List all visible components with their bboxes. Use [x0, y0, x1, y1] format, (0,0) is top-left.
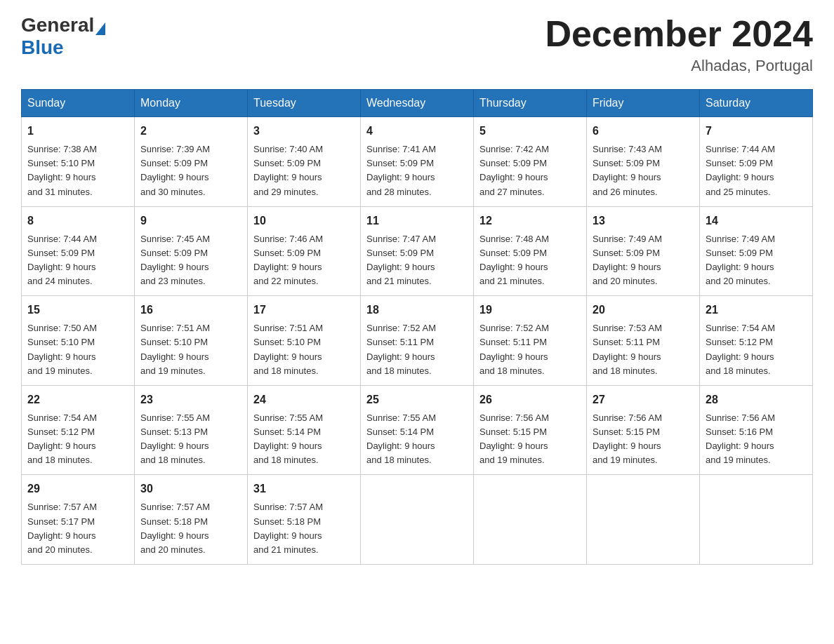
calendar-week-row: 22 Sunrise: 7:54 AMSunset: 5:12 PMDaylig…	[22, 385, 813, 475]
day-info: Sunrise: 7:54 AMSunset: 5:12 PMDaylight:…	[706, 323, 775, 375]
title-section: December 2024 Alhadas, Portugal	[545, 14, 813, 75]
table-row: 22 Sunrise: 7:54 AMSunset: 5:12 PMDaylig…	[22, 385, 135, 475]
table-row: 12 Sunrise: 7:48 AMSunset: 5:09 PMDaylig…	[474, 206, 587, 296]
day-info: Sunrise: 7:56 AMSunset: 5:15 PMDaylight:…	[479, 412, 549, 465]
day-number: 25	[366, 391, 468, 408]
table-row	[587, 475, 700, 565]
day-number: 26	[479, 391, 581, 408]
day-info: Sunrise: 7:52 AMSunset: 5:11 PMDaylight:…	[366, 323, 436, 375]
table-row: 2 Sunrise: 7:39 AMSunset: 5:09 PMDayligh…	[135, 117, 248, 207]
calendar-week-row: 8 Sunrise: 7:44 AMSunset: 5:09 PMDayligh…	[22, 206, 813, 296]
day-number: 4	[366, 123, 468, 140]
table-row: 30 Sunrise: 7:57 AMSunset: 5:18 PMDaylig…	[135, 475, 248, 565]
col-friday: Friday	[587, 90, 700, 117]
day-info: Sunrise: 7:43 AMSunset: 5:09 PMDaylight:…	[593, 144, 662, 196]
day-number: 27	[593, 391, 694, 408]
calendar-table: Sunday Monday Tuesday Wednesday Thursday…	[21, 89, 813, 565]
day-info: Sunrise: 7:49 AMSunset: 5:09 PMDaylight:…	[706, 234, 775, 286]
table-row: 11 Sunrise: 7:47 AMSunset: 5:09 PMDaylig…	[361, 206, 474, 296]
day-number: 10	[253, 213, 355, 229]
table-row: 28 Sunrise: 7:56 AMSunset: 5:16 PMDaylig…	[700, 385, 813, 475]
day-info: Sunrise: 7:51 AMSunset: 5:10 PMDaylight:…	[140, 323, 210, 375]
table-row: 24 Sunrise: 7:55 AMSunset: 5:14 PMDaylig…	[248, 385, 361, 475]
day-info: Sunrise: 7:51 AMSunset: 5:10 PMDaylight:…	[253, 323, 323, 375]
calendar-week-row: 1 Sunrise: 7:38 AMSunset: 5:10 PMDayligh…	[22, 117, 813, 207]
location: Alhadas, Portugal	[545, 57, 813, 75]
col-tuesday: Tuesday	[248, 90, 361, 117]
day-info: Sunrise: 7:55 AMSunset: 5:14 PMDaylight:…	[253, 412, 323, 465]
table-row	[474, 475, 587, 565]
table-row: 1 Sunrise: 7:38 AMSunset: 5:10 PMDayligh…	[22, 117, 135, 207]
month-title: December 2024	[545, 14, 813, 54]
day-info: Sunrise: 7:50 AMSunset: 5:10 PMDaylight:…	[27, 323, 97, 375]
table-row: 15 Sunrise: 7:50 AMSunset: 5:10 PMDaylig…	[22, 296, 135, 386]
table-row: 10 Sunrise: 7:46 AMSunset: 5:09 PMDaylig…	[248, 206, 361, 296]
table-row: 16 Sunrise: 7:51 AMSunset: 5:10 PMDaylig…	[135, 296, 248, 386]
day-number: 19	[479, 302, 581, 318]
col-thursday: Thursday	[474, 90, 587, 117]
day-number: 31	[253, 481, 355, 497]
calendar-header-row: Sunday Monday Tuesday Wednesday Thursday…	[22, 90, 813, 117]
day-number: 9	[140, 213, 241, 229]
calendar-week-row: 29 Sunrise: 7:57 AMSunset: 5:17 PMDaylig…	[22, 475, 813, 565]
table-row: 9 Sunrise: 7:45 AMSunset: 5:09 PMDayligh…	[135, 206, 248, 296]
table-row: 14 Sunrise: 7:49 AMSunset: 5:09 PMDaylig…	[700, 206, 813, 296]
col-wednesday: Wednesday	[361, 90, 474, 117]
day-info: Sunrise: 7:49 AMSunset: 5:09 PMDaylight:…	[593, 234, 662, 286]
day-info: Sunrise: 7:52 AMSunset: 5:11 PMDaylight:…	[479, 323, 549, 375]
day-info: Sunrise: 7:53 AMSunset: 5:11 PMDaylight:…	[593, 323, 662, 375]
day-info: Sunrise: 7:55 AMSunset: 5:14 PMDaylight:…	[366, 412, 436, 465]
day-number: 13	[593, 213, 694, 229]
logo-general-text: General	[21, 14, 94, 36]
day-info: Sunrise: 7:44 AMSunset: 5:09 PMDaylight:…	[27, 234, 97, 286]
day-info: Sunrise: 7:55 AMSunset: 5:13 PMDaylight:…	[140, 412, 210, 465]
day-number: 22	[27, 391, 128, 408]
day-number: 14	[706, 213, 807, 229]
table-row: 21 Sunrise: 7:54 AMSunset: 5:12 PMDaylig…	[700, 296, 813, 386]
day-number: 12	[479, 213, 581, 229]
day-number: 28	[706, 391, 807, 408]
day-number: 16	[140, 302, 241, 318]
logo: General Blue	[21, 14, 105, 59]
day-number: 8	[27, 213, 128, 229]
day-info: Sunrise: 7:44 AMSunset: 5:09 PMDaylight:…	[706, 144, 775, 196]
day-number: 3	[253, 123, 355, 140]
day-info: Sunrise: 7:57 AMSunset: 5:17 PMDaylight:…	[27, 502, 97, 554]
day-info: Sunrise: 7:40 AMSunset: 5:09 PMDaylight:…	[253, 144, 323, 196]
day-number: 29	[27, 481, 128, 497]
logo-blue-text: Blue	[21, 36, 64, 59]
day-info: Sunrise: 7:41 AMSunset: 5:09 PMDaylight:…	[366, 144, 436, 196]
day-number: 1	[27, 123, 128, 140]
table-row: 25 Sunrise: 7:55 AMSunset: 5:14 PMDaylig…	[361, 385, 474, 475]
day-info: Sunrise: 7:47 AMSunset: 5:09 PMDaylight:…	[366, 234, 436, 286]
day-info: Sunrise: 7:57 AMSunset: 5:18 PMDaylight:…	[253, 502, 323, 554]
table-row: 17 Sunrise: 7:51 AMSunset: 5:10 PMDaylig…	[248, 296, 361, 386]
col-monday: Monday	[135, 90, 248, 117]
table-row: 23 Sunrise: 7:55 AMSunset: 5:13 PMDaylig…	[135, 385, 248, 475]
table-row: 4 Sunrise: 7:41 AMSunset: 5:09 PMDayligh…	[361, 117, 474, 207]
table-row: 3 Sunrise: 7:40 AMSunset: 5:09 PMDayligh…	[248, 117, 361, 207]
col-saturday: Saturday	[700, 90, 813, 117]
table-row: 7 Sunrise: 7:44 AMSunset: 5:09 PMDayligh…	[700, 117, 813, 207]
day-info: Sunrise: 7:57 AMSunset: 5:18 PMDaylight:…	[140, 502, 210, 554]
day-info: Sunrise: 7:56 AMSunset: 5:15 PMDaylight:…	[593, 412, 662, 465]
day-number: 30	[140, 481, 241, 497]
day-info: Sunrise: 7:42 AMSunset: 5:09 PMDaylight:…	[479, 144, 549, 196]
day-number: 6	[593, 123, 694, 140]
day-info: Sunrise: 7:54 AMSunset: 5:12 PMDaylight:…	[27, 412, 97, 465]
table-row: 20 Sunrise: 7:53 AMSunset: 5:11 PMDaylig…	[587, 296, 700, 386]
calendar-week-row: 15 Sunrise: 7:50 AMSunset: 5:10 PMDaylig…	[22, 296, 813, 386]
table-row: 8 Sunrise: 7:44 AMSunset: 5:09 PMDayligh…	[22, 206, 135, 296]
day-info: Sunrise: 7:38 AMSunset: 5:10 PMDaylight:…	[27, 144, 97, 196]
table-row: 19 Sunrise: 7:52 AMSunset: 5:11 PMDaylig…	[474, 296, 587, 386]
day-number: 23	[140, 391, 241, 408]
day-number: 5	[479, 123, 581, 140]
day-info: Sunrise: 7:56 AMSunset: 5:16 PMDaylight:…	[706, 412, 775, 465]
day-number: 21	[706, 302, 807, 318]
table-row	[700, 475, 813, 565]
day-info: Sunrise: 7:39 AMSunset: 5:09 PMDaylight:…	[140, 144, 210, 196]
table-row: 27 Sunrise: 7:56 AMSunset: 5:15 PMDaylig…	[587, 385, 700, 475]
table-row	[361, 475, 474, 565]
day-number: 2	[140, 123, 241, 140]
table-row: 5 Sunrise: 7:42 AMSunset: 5:09 PMDayligh…	[474, 117, 587, 207]
